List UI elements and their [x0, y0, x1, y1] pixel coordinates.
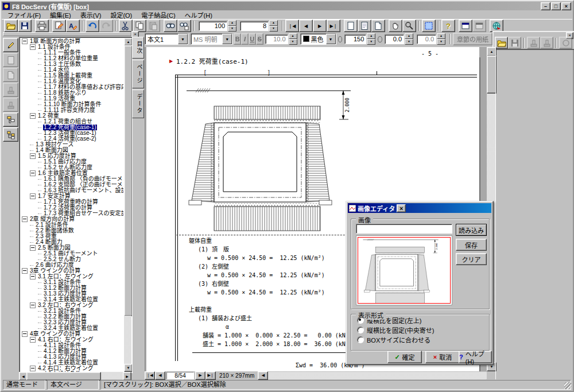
chevron-down-icon[interactable]: ▼: [326, 34, 336, 44]
toc-tree-2-button[interactable]: [3, 127, 18, 142]
tree-expander-icon[interactable]: [30, 302, 36, 308]
view-single-page-button[interactable]: [344, 20, 358, 32]
tree-expander-icon[interactable]: [38, 133, 41, 134]
spin-up-icon[interactable]: ▲: [367, 33, 375, 39]
spin-up-icon[interactable]: ▲: [437, 33, 445, 39]
tree-expander-icon[interactable]: [38, 104, 41, 105]
toc-tree-item[interactable]: 1.1.11 許容支持力度: [21, 107, 123, 113]
tree-expander-icon[interactable]: [30, 150, 33, 151]
tree-expander-icon[interactable]: [38, 139, 41, 139]
tree-expander-icon[interactable]: [30, 44, 36, 50]
minimize-button[interactable]: –: [541, 2, 550, 10]
next-page-nav-icon[interactable]: ▶: [195, 371, 205, 380]
next-page-button[interactable]: ▶: [313, 20, 327, 32]
paste-button[interactable]: [146, 20, 160, 32]
toc-tree-button[interactable]: [3, 112, 18, 127]
hscroll-left-icon[interactable]: ◀: [258, 371, 268, 380]
sidebar-tab[interactable]: データ: [132, 90, 144, 118]
offset-value[interactable]: 0.0: [417, 34, 436, 44]
tree-expander-icon[interactable]: [38, 208, 41, 208]
offset-spinner[interactable]: 0.0 ▲▼: [417, 33, 445, 45]
image-save-button[interactable]: [508, 37, 521, 49]
tree-expander-icon[interactable]: [38, 191, 41, 191]
italic-button[interactable]: I: [241, 33, 249, 45]
help-button[interactable]: ?: [441, 20, 455, 32]
hand-tool-button[interactable]: [389, 20, 402, 32]
font-size-value[interactable]: 10.0: [265, 34, 288, 44]
tree-expander-icon[interactable]: [38, 202, 41, 203]
zoom-value[interactable]: 100: [199, 21, 227, 31]
image-preview[interactable]: 2.000: [356, 235, 452, 305]
prev-page-nav-icon[interactable]: ◀: [155, 371, 165, 380]
tree-expander-icon[interactable]: [38, 168, 41, 168]
tree-expander-icon[interactable]: [38, 282, 41, 283]
sidebar-toolbar-handle[interactable]: ×: [2, 32, 139, 36]
tree-expander-icon[interactable]: [38, 351, 41, 352]
tree-expander-icon[interactable]: [30, 274, 36, 280]
maximize-button[interactable]: □: [551, 2, 561, 10]
toc-tree-item[interactable]: 2.4 断面力: [21, 239, 123, 245]
hscroll-track[interactable]: [268, 372, 487, 379]
open-button[interactable]: [4, 20, 18, 32]
scrollbar-track[interactable]: [124, 316, 131, 364]
spin-down-icon[interactable]: ▼: [437, 39, 445, 45]
tree-vertical-scrollbar[interactable]: ▲ ▼: [124, 38, 131, 372]
view-draft-button[interactable]: [371, 20, 385, 32]
tree-expander-icon[interactable]: [38, 288, 41, 289]
close-button[interactable]: ×: [561, 2, 571, 10]
image-tool-button[interactable]: [527, 37, 540, 49]
save-image-button[interactable]: 保存: [456, 239, 487, 251]
print-button[interactable]: [35, 20, 49, 32]
tree-expander-icon[interactable]: [38, 53, 41, 53]
spin-up-icon[interactable]: ▲: [289, 33, 297, 39]
tree-expander-icon[interactable]: [38, 363, 41, 363]
radio-icon[interactable]: [357, 317, 364, 324]
tree-expander-icon[interactable]: [38, 59, 41, 59]
tree-expander-icon[interactable]: [30, 113, 36, 119]
page-value[interactable]: 8: [240, 21, 269, 31]
tree-expander-icon[interactable]: [38, 110, 41, 111]
chevron-down-icon[interactable]: ▼: [178, 34, 188, 44]
menu-item[interactable]: 設定(O): [106, 10, 137, 20]
tree-horizontal-scrollbar[interactable]: ◀ ▶: [19, 372, 131, 379]
tree-expander-icon[interactable]: [38, 328, 41, 329]
tree-expander-icon[interactable]: [38, 127, 41, 128]
zoom-tool-button[interactable]: [402, 20, 416, 32]
style-combo[interactable]: 本文1 ▼: [145, 33, 188, 45]
menu-item[interactable]: ファイル(F): [3, 10, 45, 20]
tree-expander-icon[interactable]: [38, 93, 41, 94]
e-delivery-button[interactable]: [490, 20, 503, 32]
culvert-load-drawing[interactable]: 2.000: [359, 238, 449, 304]
spin-down-icon[interactable]: ▼: [405, 39, 413, 45]
stamp-tool-button[interactable]: [3, 83, 18, 97]
page-setup-button[interactable]: [52, 20, 66, 32]
ok-button[interactable]: ✓ 確定: [387, 351, 422, 363]
image-select-button[interactable]: [559, 37, 572, 49]
tree-expander-icon[interactable]: [38, 185, 41, 185]
page-tool-2-button[interactable]: [3, 68, 18, 82]
tree-expander-icon[interactable]: [22, 38, 28, 44]
menu-item[interactable]: ヘルプ(H): [180, 10, 217, 20]
culvert-load-drawing[interactable]: 2.000: [179, 87, 374, 234]
dialog-help-button[interactable]: ? ヘルプ(H): [459, 351, 492, 363]
image-open-button[interactable]: [495, 37, 508, 49]
page-tool-button[interactable]: [3, 53, 18, 67]
spin-down-icon[interactable]: ▼: [289, 39, 297, 45]
line-pitch-value[interactable]: 150: [344, 34, 366, 44]
tree-expander-icon[interactable]: [30, 236, 33, 237]
tree-expander-icon[interactable]: [38, 64, 41, 65]
tree-expander-icon[interactable]: [30, 225, 33, 226]
spin-down-icon[interactable]: ▼: [228, 26, 236, 32]
tree-expander-icon[interactable]: [38, 76, 41, 76]
image-file-field[interactable]: [356, 224, 452, 234]
resize-grip[interactable]: [564, 382, 571, 389]
sidebar-tab[interactable]: ページ: [132, 60, 144, 88]
tree-expander-icon[interactable]: [30, 145, 33, 145]
tree-expander-icon[interactable]: [38, 179, 41, 180]
first-page-button[interactable]: ❘◀: [285, 20, 299, 32]
tree-expander-icon[interactable]: [38, 346, 41, 346]
tree-expander-icon[interactable]: [30, 245, 36, 251]
menu-item[interactable]: 表示(V): [76, 10, 106, 20]
dialog-title-bar[interactable]: 画像エディタ ×: [348, 203, 491, 213]
radio-icon[interactable]: [357, 327, 364, 333]
